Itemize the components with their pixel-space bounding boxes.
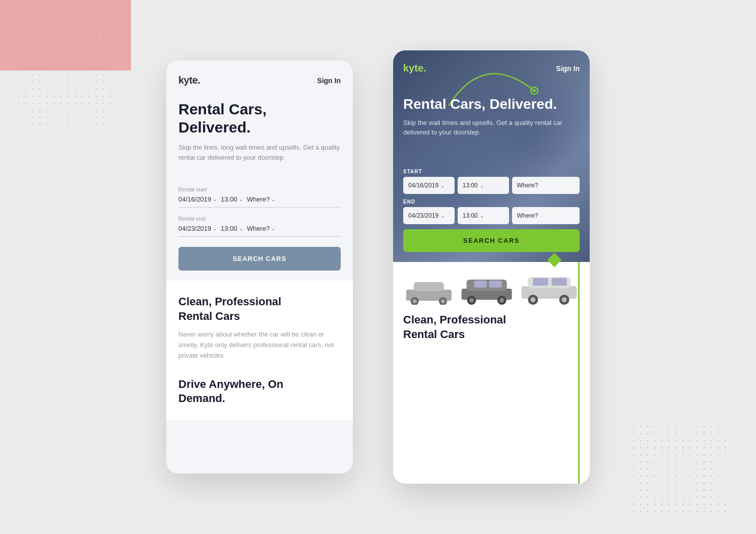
svg-rect-18 bbox=[533, 278, 548, 286]
start-time-chevron: ⌄ bbox=[239, 196, 243, 202]
right-end-date[interactable]: 04/23/2019 ⌄ bbox=[403, 207, 455, 224]
right-start-date-value: 04/16/2019 bbox=[408, 182, 438, 189]
right-sign-in[interactable]: Sign In bbox=[556, 64, 580, 73]
right-end-time-value: 13:00 bbox=[463, 212, 478, 219]
svg-rect-3 bbox=[414, 282, 444, 291]
right-booking-form: START 04/16/2019 ⌄ 13:00 ⌄ Where? bbox=[403, 169, 580, 252]
left-section3-title: Drive Anywhere, OnDemand. bbox=[178, 377, 341, 406]
svg-rect-11 bbox=[489, 281, 501, 288]
end-location-picker[interactable]: Where? ⌄ bbox=[247, 225, 276, 232]
right-start-time-chevron: ⌄ bbox=[480, 183, 484, 188]
right-header: kyte. Sign In bbox=[393, 50, 590, 82]
background: kyte. Sign In Rental Cars, Delivered. Sk… bbox=[0, 0, 756, 534]
svg-point-1 bbox=[533, 89, 536, 92]
right-end-location[interactable]: Where? bbox=[512, 207, 580, 224]
start-date-value: 04/16/2019 bbox=[178, 195, 211, 203]
end-date-value: 04/23/2019 bbox=[178, 225, 211, 232]
svg-point-13 bbox=[469, 298, 474, 303]
end-location-chevron: ⌄ bbox=[271, 226, 275, 231]
svg-rect-10 bbox=[474, 281, 486, 288]
green-line-right bbox=[578, 262, 580, 484]
right-end-location-value: Where? bbox=[517, 212, 538, 219]
right-end-date-value: 04/23/2019 bbox=[408, 212, 438, 219]
right-end-fields: 04/23/2019 ⌄ 13:00 ⌄ Where? bbox=[403, 207, 580, 224]
right-start-row: START 04/16/2019 ⌄ 13:00 ⌄ Where? bbox=[403, 169, 580, 194]
car-3-icon bbox=[519, 272, 580, 305]
right-end-time[interactable]: 13:00 ⌄ bbox=[458, 207, 509, 224]
right-start-time[interactable]: 13:00 ⌄ bbox=[458, 177, 509, 194]
start-location-value: Where? bbox=[247, 195, 270, 203]
right-start-location-value: Where? bbox=[517, 182, 538, 189]
svg-point-23 bbox=[561, 297, 566, 302]
svg-point-15 bbox=[499, 298, 504, 303]
left-sign-in[interactable]: Sign In bbox=[317, 77, 341, 85]
right-start-label: START bbox=[403, 169, 580, 174]
rental-start-row: 04/16/2019 ⌄ 13:00 ⌄ Where? ⌄ bbox=[178, 195, 341, 208]
left-section2-title: Clean, ProfessionalRental Cars bbox=[178, 295, 341, 323]
start-date-chevron: ⌄ bbox=[213, 196, 217, 202]
left-hero-subtitle: Skip the lines, long wait times and upse… bbox=[178, 143, 341, 162]
right-end-date-chevron: ⌄ bbox=[440, 213, 445, 219]
left-header: kyte. Sign In bbox=[166, 60, 353, 94]
end-time-value: 13:00 bbox=[221, 225, 237, 232]
right-phone: kyte. Sign In Rental Cars, Delivered. Sk… bbox=[393, 50, 590, 484]
svg-point-5 bbox=[413, 299, 417, 303]
right-hero-image: kyte. Sign In Rental Cars, Delivered. Sk… bbox=[393, 50, 590, 262]
right-cars-section: Clean, ProfessionalRental Cars bbox=[393, 262, 590, 484]
cars-image-row bbox=[403, 272, 580, 305]
end-time-picker[interactable]: 13:00 ⌄ bbox=[221, 225, 243, 232]
rental-start-label: Rental start bbox=[178, 186, 341, 192]
left-section2-body: Never worry about whether the car will b… bbox=[178, 329, 341, 361]
start-time-value: 13:00 bbox=[221, 195, 237, 203]
left-form: Rental start 04/16/2019 ⌄ 13:00 ⌄ Where?… bbox=[166, 186, 353, 271]
car-2-icon bbox=[459, 275, 515, 305]
rental-start-group: Rental start 04/16/2019 ⌄ 13:00 ⌄ Where?… bbox=[178, 186, 341, 208]
rental-end-label: Rental end bbox=[178, 216, 341, 222]
start-time-picker[interactable]: 13:00 ⌄ bbox=[221, 195, 243, 203]
start-date-picker[interactable]: 04/16/2019 ⌄ bbox=[178, 195, 217, 203]
right-start-date[interactable]: 04/16/2019 ⌄ bbox=[403, 177, 455, 194]
right-end-time-chevron: ⌄ bbox=[480, 213, 484, 219]
deco-dots-right bbox=[630, 423, 731, 514]
deco-dots-left bbox=[15, 15, 116, 131]
start-location-picker[interactable]: Where? ⌄ bbox=[247, 195, 276, 203]
car-1-icon bbox=[403, 277, 455, 305]
right-hero-subtitle: Skip the wait times and upsells. Get a q… bbox=[403, 118, 580, 138]
left-hero-title: Rental Cars, Delivered. bbox=[178, 100, 341, 137]
left-logo: kyte. bbox=[178, 75, 200, 86]
left-hero: Rental Cars, Delivered. Skip the lines, … bbox=[166, 94, 353, 186]
right-search-button[interactable]: SEARCH CARS bbox=[403, 229, 580, 252]
rental-end-row: 04/23/2019 ⌄ 13:00 ⌄ Where? ⌄ bbox=[178, 225, 341, 237]
right-logo: kyte. bbox=[403, 62, 426, 74]
right-start-date-chevron: ⌄ bbox=[440, 183, 445, 188]
svg-rect-19 bbox=[551, 278, 566, 286]
rental-end-group: Rental end 04/23/2019 ⌄ 13:00 ⌄ Where? ⌄ bbox=[178, 216, 341, 237]
right-cars-title: Clean, ProfessionalRental Cars bbox=[403, 313, 580, 342]
right-hero-text: Rental Cars, Delivered. Skip the wait ti… bbox=[403, 96, 580, 138]
svg-point-7 bbox=[441, 299, 445, 303]
right-end-label: END bbox=[403, 199, 580, 205]
right-hero-title: Rental Cars, Delivered. bbox=[403, 96, 580, 113]
right-start-time-value: 13:00 bbox=[463, 182, 478, 189]
svg-point-21 bbox=[530, 297, 535, 302]
left-phone: kyte. Sign In Rental Cars, Delivered. Sk… bbox=[166, 60, 353, 474]
right-end-row: END 04/23/2019 ⌄ 13:00 ⌄ Where? bbox=[403, 199, 580, 224]
left-search-button[interactable]: SEARCH CARS bbox=[178, 247, 341, 271]
end-location-value: Where? bbox=[247, 225, 270, 232]
left-lower: Clean, ProfessionalRental Cars Never wor… bbox=[166, 281, 353, 420]
right-start-location[interactable]: Where? bbox=[512, 177, 580, 194]
right-start-fields: 04/16/2019 ⌄ 13:00 ⌄ Where? bbox=[403, 177, 580, 194]
end-date-picker[interactable]: 04/23/2019 ⌄ bbox=[178, 225, 217, 232]
start-location-chevron: ⌄ bbox=[271, 196, 275, 202]
end-date-chevron: ⌄ bbox=[213, 226, 217, 231]
end-time-chevron: ⌄ bbox=[239, 226, 243, 231]
